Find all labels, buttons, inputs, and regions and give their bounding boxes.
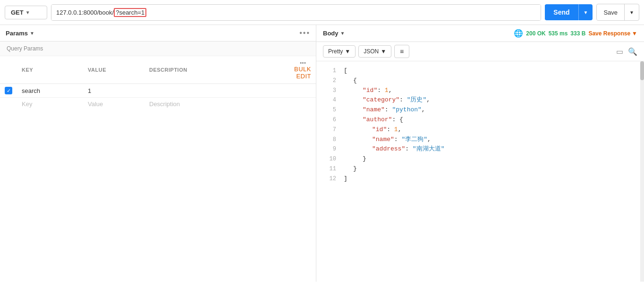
status-bytes: 333 B <box>570 30 585 37</box>
empty-description[interactable]: Description <box>144 98 278 111</box>
col-header-actions: ••• Bulk Edit <box>278 56 316 84</box>
empty-value[interactable]: Value <box>83 98 144 111</box>
line-number: 5 <box>323 106 336 115</box>
line-number: 9 <box>323 145 336 154</box>
pretty-chevron: ▼ <box>345 48 350 55</box>
col-header-checkbox <box>0 56 17 84</box>
row-checkbox-cell[interactable]: ✓ <box>0 84 17 98</box>
response-toolbar: Pretty ▼ JSON ▼ ≡ ▭ 🔍 <box>316 42 644 61</box>
json-bracket: } <box>344 164 357 174</box>
body-text: Body <box>323 30 339 37</box>
json-line: 11} <box>316 164 644 174</box>
status-group: 🌐 200 OK 535 ms 333 B Save Response ▼ <box>514 29 637 38</box>
method-label: GET <box>11 9 24 16</box>
line-number: 10 <box>323 155 336 164</box>
method-select[interactable]: GET ▼ <box>5 6 47 19</box>
save-response-chevron: ▼ <box>632 30 637 37</box>
url-bar[interactable]: 127.0.0.1:8000/book/?search=1 <box>51 4 541 21</box>
json-bracket: ] <box>344 174 347 184</box>
json-line: 2{ <box>316 76 644 86</box>
json-line: 3"id": 1, <box>316 86 644 96</box>
bulk-edit-button[interactable]: Bulk Edit <box>294 66 311 80</box>
json-key-value: "id": 1, <box>344 125 401 135</box>
right-toolbar: Body ▼ 🌐 200 OK 535 ms 333 B Save Respon… <box>316 25 644 42</box>
col-header-key: KEY <box>17 56 83 84</box>
save-button[interactable]: Save <box>597 5 624 20</box>
row-key[interactable]: search <box>17 84 83 98</box>
json-button[interactable]: JSON ▼ <box>358 45 391 58</box>
row-value[interactable]: 1 <box>83 84 144 98</box>
params-text: Params <box>6 30 28 37</box>
pretty-label: Pretty <box>328 48 343 55</box>
json-line: 1[ <box>316 66 644 76</box>
main-layout: Params ▼ ••• Query Params KEY VALUE DESC… <box>0 25 644 282</box>
save-button-group[interactable]: Save ▼ <box>596 4 639 21</box>
empty-checkbox-cell <box>0 98 17 111</box>
json-key-value: "id": 1, <box>344 86 392 96</box>
line-number: 2 <box>323 76 336 85</box>
globe-icon[interactable]: 🌐 <box>514 29 523 38</box>
wrap-icon: ≡ <box>400 48 404 55</box>
right-panel: Body ▼ 🌐 200 OK 535 ms 333 B Save Respon… <box>316 25 644 282</box>
line-number: 6 <box>323 116 336 125</box>
body-chevron: ▼ <box>340 31 345 36</box>
body-label: Body ▼ <box>323 30 345 37</box>
save-response-label: Save Response <box>588 30 630 37</box>
wrap-button[interactable]: ≡ <box>394 45 409 58</box>
line-number: 7 <box>323 125 336 134</box>
empty-actions <box>278 98 316 111</box>
pretty-button[interactable]: Pretty ▼ <box>323 45 356 58</box>
search-icon[interactable]: 🔍 <box>628 47 637 56</box>
json-bracket: [ <box>344 66 347 76</box>
params-chevron: ▼ <box>30 31 34 36</box>
json-line: 5"name": "python", <box>316 105 644 115</box>
json-format-chevron: ▼ <box>381 48 386 55</box>
query-params-section: Query Params KEY VALUE DESCRIPTION ••• B… <box>0 42 316 110</box>
left-panel: Params ▼ ••• Query Params KEY VALUE DESC… <box>0 25 316 282</box>
status-ok: 200 OK <box>526 30 545 37</box>
row-checkbox[interactable]: ✓ <box>5 87 12 94</box>
line-number: 1 <box>323 67 336 75</box>
send-button[interactable]: Send <box>545 5 578 20</box>
line-number: 3 <box>323 86 336 95</box>
json-line: 7"id": 1, <box>316 125 644 135</box>
toolbar-dots[interactable]: ••• <box>299 29 310 37</box>
params-label: Params ▼ <box>6 30 34 37</box>
json-key-value: "address": "南湖大道" <box>344 144 444 154</box>
send-dropdown-button[interactable]: ▼ <box>579 6 593 19</box>
url-params: ?search=1 <box>114 8 146 17</box>
line-number: 11 <box>323 165 336 174</box>
json-key-value: "name": "李二狗", <box>344 135 431 145</box>
scrollbar-track[interactable] <box>640 61 644 282</box>
json-key-value: "author": { <box>344 115 403 125</box>
json-bracket: { <box>344 76 357 86</box>
empty-key[interactable]: Key <box>17 98 83 111</box>
json-line: 9"address": "南湖大道" <box>316 144 644 154</box>
json-line: 6"author": { <box>316 115 644 125</box>
top-bar: GET ▼ 127.0.0.1:8000/book/?search=1 Send… <box>0 0 644 25</box>
table-row-empty: Key Value Description <box>0 98 316 111</box>
right-panel-scroll: 1[2{3"id": 1,4"category": "历史",5"name": … <box>316 61 644 282</box>
json-key-value: "category": "历史", <box>344 95 430 105</box>
row-description[interactable] <box>144 84 278 98</box>
line-number: 12 <box>323 175 336 184</box>
json-line: 12] <box>316 174 644 184</box>
json-body: 1[2{3"id": 1,4"category": "历史",5"name": … <box>316 61 644 282</box>
col-actions-dots[interactable]: ••• <box>300 60 306 66</box>
scrollbar-thumb[interactable] <box>640 61 644 80</box>
query-params-title: Query Params <box>0 42 316 56</box>
json-key-value: "name": "python", <box>344 105 425 115</box>
json-line: 4"category": "历史", <box>316 95 644 105</box>
json-line: 8"name": "李二狗", <box>316 135 644 145</box>
url-base: 127.0.0.1:8000/book/ <box>56 9 114 16</box>
save-dropdown-button[interactable]: ▼ <box>625 6 639 19</box>
params-table: KEY VALUE DESCRIPTION ••• Bulk Edit <box>0 56 316 110</box>
url-display[interactable]: 127.0.0.1:8000/book/?search=1 <box>51 5 541 20</box>
left-toolbar: Params ▼ ••• <box>0 25 316 42</box>
row-actions <box>278 84 316 98</box>
line-number: 8 <box>323 135 336 144</box>
save-response-button[interactable]: Save Response ▼ <box>588 30 637 37</box>
json-line: 10} <box>316 154 644 164</box>
copy-icon[interactable]: ▭ <box>616 47 623 56</box>
send-button-group[interactable]: Send ▼ <box>545 4 593 20</box>
